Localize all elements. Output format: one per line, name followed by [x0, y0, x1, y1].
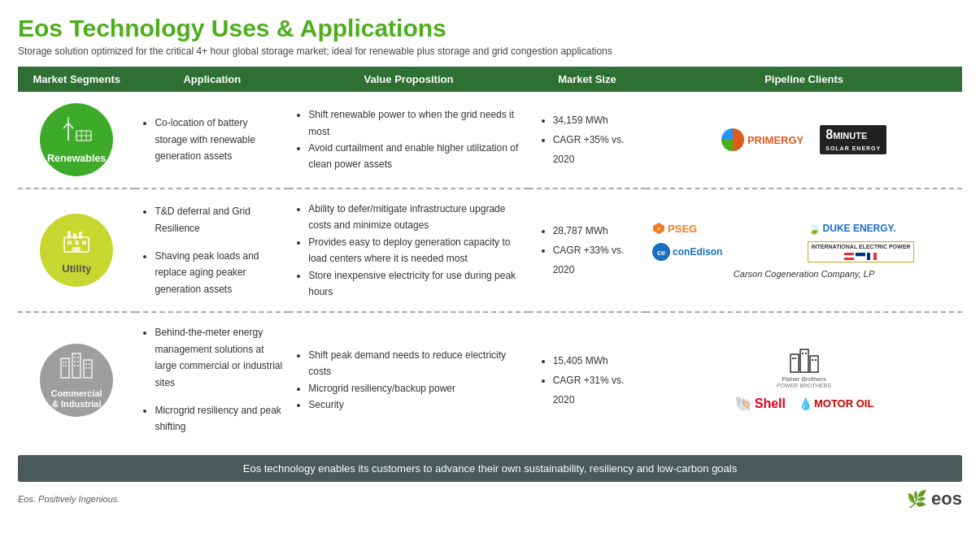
footer: Eos. Positively Ingenious. 🌿 eos	[18, 488, 962, 509]
app-item: Behind-the-meter energy management solut…	[155, 324, 282, 391]
svg-rect-48	[810, 356, 818, 372]
renewables-logos: PRIMERGY 8MINUTESOLAR ENERGY	[652, 125, 956, 154]
eos-logo-text: eos	[931, 488, 962, 509]
eos-leaf-icon: 🌿	[907, 489, 927, 509]
app-item: Shaving peak loads and replace aging pea…	[155, 248, 282, 297]
svg-rect-28	[873, 253, 877, 260]
svg-rect-47	[800, 349, 808, 372]
market-commercial: 15,405 MWh CAGR +31% vs. 2020	[529, 312, 646, 446]
svg-rect-34	[63, 365, 64, 366]
value-item: Microgrid resiliency/backup power	[308, 380, 521, 397]
page-title: Eos Technology Uses & Applications	[18, 15, 962, 42]
commercial-logos: Fisher Brothers POWER BROTHERS 🐚 Shell 💧…	[652, 348, 956, 413]
shell-text: Shell	[755, 397, 786, 411]
svg-rect-27	[870, 253, 873, 260]
market-cagr: CAGR +33% vs. 2020	[553, 241, 639, 280]
svg-rect-14	[68, 231, 71, 239]
eos-logo: 🌿 eos	[907, 488, 962, 509]
table-row-renewables: Renewables Co-location of battery storag…	[18, 92, 962, 189]
market-renewables: 34,159 MWh CAGR +35% vs. 2020	[529, 92, 646, 189]
svg-rect-53	[812, 359, 813, 361]
8minute-logo: 8MINUTESOLAR ENERGY	[820, 125, 886, 154]
segment-label-commercial: Commercial& Industrial	[51, 388, 102, 410]
svg-rect-41	[77, 365, 79, 366]
segment-circle-commercial: Commercial& Industrial	[40, 344, 113, 417]
market-cagr: CAGR +31% vs. 2020	[553, 371, 639, 410]
svg-rect-54	[815, 359, 817, 361]
shell-logo: 🐚 Shell	[734, 395, 786, 413]
carson-text: Carson Cogeneration Company, LP	[734, 269, 874, 279]
value-item: Shift peak demand needs to reduce electr…	[308, 347, 521, 380]
svg-rect-29	[61, 358, 69, 378]
value-item: Shift renewable power to when the grid n…	[308, 106, 521, 140]
col-value-proposition: Value Proposition	[289, 67, 528, 92]
segment-circle-utility: Utility	[40, 214, 113, 287]
segment-circle-renewables: Renewables	[40, 103, 113, 176]
conedison-text: conEdison	[673, 246, 722, 258]
fisher-subtext: POWER BROTHERS	[777, 383, 831, 388]
svg-rect-51	[802, 353, 804, 354]
svg-rect-43	[89, 363, 90, 365]
svg-rect-12	[82, 241, 86, 245]
svg-rect-25	[856, 256, 865, 260]
app-item: T&D deferral and Grid Resilience	[155, 203, 282, 236]
pseg-text: PSEG	[668, 223, 697, 235]
svg-rect-22	[844, 255, 854, 258]
subtitle: Storage solution optimized for the criti…	[18, 46, 962, 57]
svg-rect-45	[89, 367, 90, 369]
primergy-icon	[721, 128, 744, 151]
value-utility: Ability to defer/mitigate infrastructure…	[289, 189, 528, 312]
svg-rect-30	[72, 353, 81, 378]
clients-renewables: PRIMERGY 8MINUTESOLAR ENERGY	[646, 92, 962, 189]
segment-commercial: Commercial& Industrial	[18, 312, 135, 446]
col-market-size: Market Size	[529, 67, 646, 92]
svg-rect-37	[77, 357, 79, 358]
value-commercial: Shift peak demand needs to reduce electr…	[289, 312, 528, 446]
primergy-text: PRIMERGY	[747, 134, 804, 146]
iep-logo: INTERNATIONAL ELECTRIC POWER	[808, 241, 915, 262]
value-item: Security	[308, 397, 521, 413]
duke-logo: 🍃 DUKE ENERGY.	[808, 223, 896, 235]
8minute-text: 8MINUTESOLAR ENERGY	[820, 125, 886, 154]
market-cagr: CAGR +35% vs. 2020	[553, 130, 639, 169]
svg-rect-26	[867, 253, 870, 260]
fisher-logo: Fisher Brothers POWER BROTHERS	[777, 348, 831, 388]
motoroil-logo: 💧 MOTOR OIL	[799, 397, 873, 410]
duke-text: DUKE ENERGY.	[823, 223, 896, 234]
shell-motoroil-row: 🐚 Shell 💧 MOTOR OIL	[734, 395, 874, 413]
primergy-logo: PRIMERGY	[721, 128, 804, 151]
segment-renewables: Renewables	[18, 92, 135, 189]
svg-rect-32	[63, 362, 64, 363]
value-item: Ability to defer/mitigate infrastructure…	[308, 201, 521, 234]
segment-utility: Utility	[18, 189, 135, 312]
footer-tagline: Eos. Positively Ingenious.	[18, 494, 120, 504]
svg-rect-46	[791, 354, 799, 372]
svg-rect-11	[75, 241, 79, 245]
segment-label-renewables: Renewables	[47, 153, 106, 165]
svg-rect-16	[79, 232, 82, 239]
col-market-segments: Market Segments	[18, 67, 135, 92]
motoroil-text: MOTOR OIL	[814, 397, 873, 410]
value-item: Store inexpensive electricity for use du…	[308, 267, 521, 301]
fisher-icon	[789, 348, 820, 374]
market-mwh: 28,787 MWh	[553, 221, 639, 241]
app-item: Co-location of battery storage with rene…	[155, 115, 282, 164]
conedison-logo: ce conEdison	[652, 243, 722, 261]
table-row-utility: Utility T&D deferral and Grid Resilience…	[18, 189, 962, 312]
svg-rect-13	[72, 247, 81, 252]
main-table: Market Segments Application Value Propos…	[18, 67, 962, 447]
app-commercial: Behind-the-meter energy management solut…	[135, 312, 289, 446]
col-pipeline-clients: Pipeline Clients	[646, 67, 962, 92]
app-renewables: Co-location of battery storage with rene…	[135, 92, 289, 189]
svg-rect-39	[77, 361, 79, 362]
app-item: Microgrid resiliency and peak shifting	[155, 402, 282, 436]
pseg-logo: P PSEG	[652, 222, 697, 235]
svg-line-4	[68, 124, 73, 129]
svg-rect-15	[73, 233, 76, 239]
svg-line-3	[63, 124, 68, 129]
svg-rect-24	[856, 253, 865, 257]
svg-rect-42	[85, 363, 87, 365]
iep-flags	[812, 253, 911, 260]
conedison-icon: ce	[652, 243, 670, 261]
utility-icon	[61, 226, 92, 258]
